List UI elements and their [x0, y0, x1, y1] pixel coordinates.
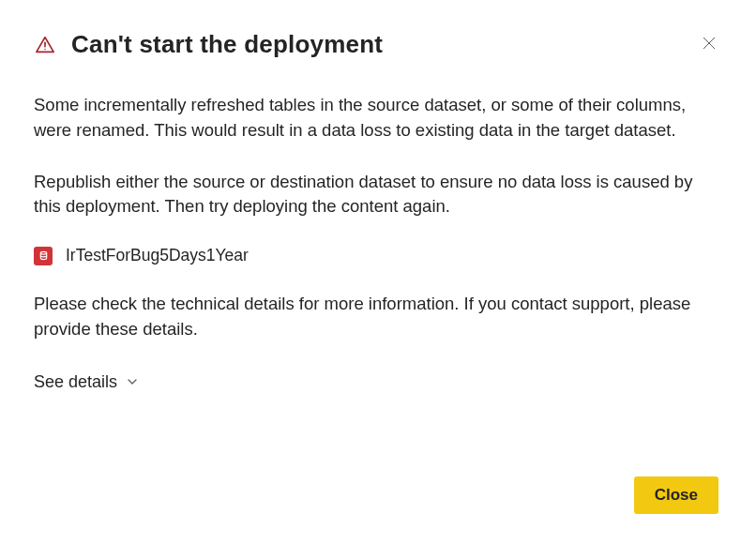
dialog-paragraph-1: Some incrementally refreshed tables in t… — [34, 93, 718, 144]
dataset-icon — [34, 247, 53, 265]
dialog-header: Can't start the deployment — [34, 30, 718, 59]
dialog-paragraph-2: Republish either the source or destinati… — [34, 170, 718, 220]
svg-point-1 — [44, 48, 45, 49]
dialog-title: Can't start the deployment — [71, 30, 383, 59]
see-details-toggle[interactable]: See details — [34, 372, 718, 392]
close-button[interactable]: Close — [634, 476, 718, 514]
chevron-down-icon — [127, 376, 138, 387]
warning-icon — [34, 34, 56, 56]
dataset-row: IrTestForBug5Days1Year — [34, 246, 718, 265]
dialog-footer: Close — [34, 465, 718, 514]
dialog-paragraph-3: Please check the technical details for m… — [34, 292, 718, 342]
svg-point-4 — [40, 252, 46, 255]
dataset-name: IrTestForBug5Days1Year — [66, 246, 249, 265]
see-details-label: See details — [34, 372, 117, 392]
error-dialog: Can't start the deployment Some incremen… — [0, 0, 756, 544]
close-icon[interactable] — [700, 34, 718, 53]
